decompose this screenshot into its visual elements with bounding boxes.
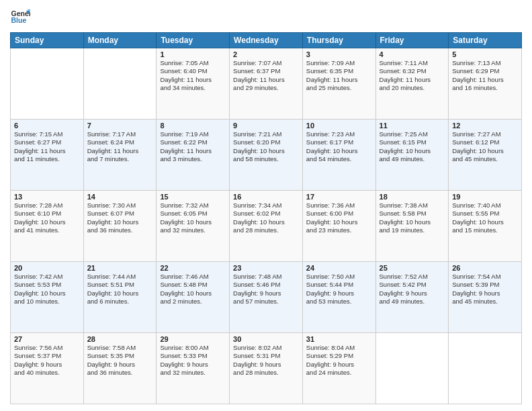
day-info-line: Sunset: 5:44 PM (306, 281, 372, 289)
day-info-line: Daylight: 9 hours (233, 361, 299, 369)
day-info-line: Daylight: 9 hours (306, 361, 372, 369)
weekday-header: Sunday (11, 33, 84, 48)
day-info-line: Sunset: 6:37 PM (233, 67, 299, 75)
day-info-line: and 11 minutes. (14, 155, 80, 163)
day-number: 14 (87, 193, 153, 201)
day-info-line: Sunset: 6:10 PM (14, 210, 80, 218)
day-info-line: Sunset: 6:07 PM (87, 210, 153, 218)
day-info-line: Sunset: 6:15 PM (380, 138, 445, 146)
day-info-line: and 2 minutes. (160, 298, 226, 306)
weekday-header-row: SundayMondayTuesdayWednesdayThursdayFrid… (11, 33, 522, 48)
day-info-line: Daylight: 11 hours (233, 76, 299, 84)
day-info-line: and 15 minutes. (452, 226, 518, 234)
calendar-cell: 5Sunrise: 7:13 AMSunset: 6:29 PMDaylight… (449, 48, 522, 120)
day-info-line: Sunrise: 7:54 AM (452, 273, 518, 281)
weekday-header: Tuesday (157, 33, 230, 48)
day-info-line: Sunset: 6:40 PM (160, 67, 226, 75)
day-info-line: Daylight: 9 hours (160, 361, 226, 369)
weekday-header: Saturday (449, 33, 522, 48)
calendar-week-row: 1Sunrise: 7:05 AMSunset: 6:40 PMDaylight… (11, 48, 522, 120)
calendar-week-row: 27Sunrise: 7:56 AMSunset: 5:37 PMDayligh… (11, 333, 522, 404)
day-info-line: Sunset: 5:55 PM (452, 210, 518, 218)
calendar-cell: 15Sunrise: 7:32 AMSunset: 6:05 PMDayligh… (157, 191, 230, 262)
day-info-line: and 36 minutes. (87, 369, 153, 377)
weekday-header: Monday (83, 33, 157, 48)
day-info-line: and 34 minutes. (160, 84, 226, 92)
weekday-header: Thursday (302, 33, 375, 48)
day-number: 15 (160, 193, 226, 201)
day-info-line: and 20 minutes. (380, 84, 445, 92)
day-info-line: Daylight: 10 hours (160, 218, 226, 226)
calendar-cell: 19Sunrise: 7:40 AMSunset: 5:55 PMDayligh… (449, 191, 522, 262)
day-info-line: Sunrise: 7:11 AM (380, 59, 445, 67)
day-number: 3 (306, 50, 372, 58)
day-info-line: Sunrise: 7:15 AM (14, 130, 80, 138)
day-info-line: and 24 minutes. (306, 369, 372, 377)
day-info-line: Sunset: 6:05 PM (160, 210, 226, 218)
day-info-line: Sunrise: 8:00 AM (160, 344, 226, 352)
day-info-line: Sunrise: 7:25 AM (380, 130, 445, 138)
day-number: 18 (380, 193, 445, 201)
day-number: 8 (160, 122, 226, 130)
day-info-line: and 32 minutes. (160, 226, 226, 234)
day-info-line: Sunrise: 7:27 AM (452, 130, 518, 138)
day-number: 25 (380, 264, 445, 272)
day-number: 29 (160, 335, 226, 343)
day-info-line: Sunrise: 8:02 AM (233, 344, 299, 352)
calendar-page: General Blue SundayMondayTuesdayWednesda… (0, 0, 532, 411)
weekday-header: Wednesday (230, 33, 303, 48)
day-info-line: Sunset: 6:22 PM (160, 138, 226, 146)
day-info-line: Daylight: 9 hours (87, 361, 153, 369)
day-info-line: Sunrise: 7:48 AM (233, 273, 299, 281)
day-info-line: Daylight: 9 hours (380, 289, 445, 298)
day-info-line: Sunset: 6:24 PM (87, 138, 153, 146)
day-number: 20 (14, 264, 80, 272)
day-info-line: Sunset: 6:00 PM (306, 210, 372, 218)
day-info-line: Sunrise: 7:32 AM (160, 201, 226, 210)
day-info-line: Sunrise: 7:42 AM (14, 273, 80, 281)
day-number: 10 (306, 122, 372, 130)
day-info-line: and 19 minutes. (380, 226, 445, 234)
day-info-line: Sunset: 6:20 PM (233, 138, 299, 146)
day-number: 27 (14, 335, 80, 343)
day-info-line: Sunset: 5:48 PM (160, 281, 226, 289)
day-info-line: Sunset: 5:51 PM (87, 281, 153, 289)
logo-icon: General Blue (10, 7, 30, 27)
day-info-line: and 57 minutes. (233, 298, 299, 306)
calendar-cell: 12Sunrise: 7:27 AMSunset: 6:12 PMDayligh… (449, 120, 522, 191)
day-info-line: Sunset: 5:31 PM (233, 352, 299, 360)
day-info-line: Sunrise: 7:28 AM (14, 201, 80, 210)
day-info-line: Sunset: 5:39 PM (452, 281, 518, 289)
day-info-line: Daylight: 10 hours (233, 218, 299, 226)
day-info-line: Daylight: 10 hours (380, 218, 445, 226)
day-info-line: Daylight: 11 hours (306, 76, 372, 84)
calendar-cell: 1Sunrise: 7:05 AMSunset: 6:40 PMDaylight… (157, 48, 230, 120)
calendar-cell: 31Sunrise: 8:04 AMSunset: 5:29 PMDayligh… (302, 333, 375, 404)
svg-text:Blue: Blue (11, 16, 27, 24)
calendar-cell: 20Sunrise: 7:42 AMSunset: 5:53 PMDayligh… (11, 262, 84, 333)
day-info-line: and 36 minutes. (87, 226, 153, 234)
calendar-cell (375, 333, 449, 404)
day-info-line: Daylight: 11 hours (14, 147, 80, 155)
day-info-line: Sunrise: 7:34 AM (233, 201, 299, 210)
day-info-line: Sunrise: 7:05 AM (160, 59, 226, 67)
day-info-line: Sunrise: 7:23 AM (306, 130, 372, 138)
day-info-line: Sunrise: 8:04 AM (306, 344, 372, 352)
day-info-line: and 23 minutes. (306, 226, 372, 234)
day-info-line: Sunset: 5:29 PM (306, 352, 372, 360)
day-info-line: and 28 minutes. (233, 226, 299, 234)
day-info-line: and 49 minutes. (380, 155, 445, 163)
day-info-line: Daylight: 10 hours (380, 147, 445, 155)
calendar-cell: 9Sunrise: 7:21 AMSunset: 6:20 PMDaylight… (230, 120, 303, 191)
day-info-line: Sunset: 6:29 PM (452, 67, 518, 75)
calendar-cell: 16Sunrise: 7:34 AMSunset: 6:02 PMDayligh… (230, 191, 303, 262)
day-number: 16 (233, 193, 299, 201)
day-number: 7 (87, 122, 153, 130)
day-info-line: Sunset: 6:02 PM (233, 210, 299, 218)
day-info-line: and 7 minutes. (87, 155, 153, 163)
calendar-cell: 6Sunrise: 7:15 AMSunset: 6:27 PMDaylight… (11, 120, 84, 191)
day-info-line: and 3 minutes. (160, 155, 226, 163)
calendar-week-row: 13Sunrise: 7:28 AMSunset: 6:10 PMDayligh… (11, 191, 522, 262)
calendar-cell: 25Sunrise: 7:52 AMSunset: 5:42 PMDayligh… (375, 262, 449, 333)
day-info-line: Daylight: 10 hours (87, 218, 153, 226)
